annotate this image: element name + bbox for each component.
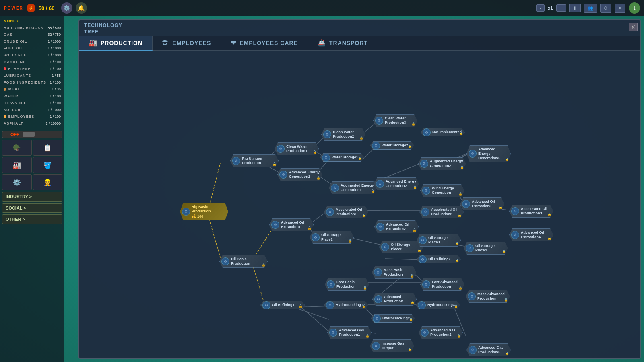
tab-employees[interactable]: ⛑ EMPLOYEES	[153, 36, 221, 50]
resource-fuel-oil: FUEL OIL 1 / 1000	[2, 45, 62, 51]
settings-icon-top[interactable]: ⚙️	[61, 2, 72, 14]
oil-storage-1-icon: ⚙	[312, 233, 320, 241]
node-acc-oil-3[interactable]: ⚙ Accelerated OilProduction3 🔒	[509, 205, 553, 218]
node-rig-utilities[interactable]: ⚙ Rig UtilitiesProduction 🔒	[230, 154, 279, 167]
svg-line-22	[299, 305, 329, 331]
speed-plus-btn[interactable]: +	[556, 4, 566, 12]
pause-btn[interactable]: ⏸	[569, 4, 581, 12]
node-oil-refining-2[interactable]: ⚙ Oil Refining2 🔒	[417, 255, 461, 263]
node-oil-storage-4[interactable]: ⚙ Oil StoragePlace4 🔒	[464, 242, 508, 255]
node-rig-basic[interactable]: ⚙ Rig BasicProduction 💰 100 BUY	[180, 203, 228, 220]
node-oil-basic[interactable]: ⚙ Oil BasicProduction 🔒	[219, 255, 268, 268]
resource-building-blocks: BUILDING BLOCKS 88 / 800	[2, 25, 62, 31]
resource-lubricants: LUBRICANTS 1 / 55	[2, 73, 62, 78]
tab-production[interactable]: 🏭 PRODUCTION	[79, 36, 153, 51]
mass-adv-icon: ⚙	[468, 292, 476, 300]
nav-icon-plans[interactable]: 📋	[33, 140, 63, 156]
settings-btn[interactable]: ⚙	[600, 4, 611, 13]
nav-icon-barrel[interactable]: 🪣	[33, 157, 63, 173]
speed-minus-btn[interactable]: -	[536, 4, 545, 12]
node-adv-oil-ext-4[interactable]: ⚙ Advanced OilExtraction4 🔒	[509, 228, 553, 241]
node-adv-energy-2[interactable]: ⚙ Advanced EnergyGeneration2 🔒	[374, 177, 419, 190]
adv-gas-3-icon: ⚙	[469, 346, 477, 354]
node-hydrocracking-1[interactable]: ⚙ Hydrocracking1 🔒	[324, 301, 368, 309]
svg-line-3	[252, 226, 275, 260]
nav-icon-hardhat[interactable]: 🪖	[2, 140, 32, 156]
not-impl-icon: ⚙	[423, 128, 431, 136]
node-adv-oil-ext-3[interactable]: ⚙ Advanced OilExtraction3 🔒	[460, 197, 504, 210]
left-sidebar: MONEY BUILDING BLOCKS 88 / 800 GAS 32 / …	[0, 16, 64, 362]
rig-basic-icon: ⚙	[182, 208, 190, 216]
nav-icon-gear[interactable]: ⚙️	[2, 174, 32, 190]
top-bar-right: - x1 + ⏸ 👥 ⚙ ✕ 1	[536, 2, 640, 14]
tree-canvas: ⚙ Rig BasicProduction 💰 100 BUY ⚙ Oil Ba…	[83, 55, 506, 336]
node-adv-gas-3[interactable]: ⚙ Advanced GasProduction3 🔒	[466, 343, 511, 356]
nav-icon-workers[interactable]: 👷	[33, 174, 63, 190]
node-water-storage-2[interactable]: ⚙ Water Storage2 🔒	[370, 141, 414, 150]
close-panel-btn[interactable]: X	[629, 23, 638, 31]
node-adv-production[interactable]: ⚙ AdvancedProduction 🔒	[372, 293, 417, 306]
top-bar-left: POWER ⚡ 50 / 60 ⚙️ 🔔	[4, 2, 87, 14]
svg-line-1	[208, 216, 222, 264]
resource-asphalt: ASPHALT 1 / 10000	[2, 121, 62, 126]
node-water-storage-1[interactable]: ⚙ Water Storage1 🔒	[320, 153, 364, 162]
industry-menu-btn[interactable]: INDUSTRY >	[2, 192, 62, 202]
oil-refining-1-icon: ⚙	[262, 301, 270, 309]
resource-ethylene: ETHYLENE 1 / 100	[2, 66, 62, 72]
node-clean-water-2[interactable]: ⚙ Clean WaterProduction2 🔒	[321, 128, 365, 141]
tree-area[interactable]: ⚙ Rig BasicProduction 💰 100 BUY ⚙ Oil Ba…	[79, 51, 640, 358]
node-adv-energy-3[interactable]: ⚙ Advanced EnergyGeneration3 🔒	[466, 145, 511, 162]
production-tab-icon: 🏭	[89, 39, 97, 47]
resource-food: FOOD INGREDIENTS 1 / 100	[2, 80, 62, 85]
adv-oil-ext-3-icon: ⚙	[462, 200, 470, 208]
node-hydrocracking-2[interactable]: ⚙ Hydrocracking2 🔒	[371, 314, 415, 323]
node-aug-energy-2[interactable]: ⚙ Augmented EnergyGeneration2 🔒	[418, 157, 466, 170]
node-wind-energy[interactable]: ⚙ Wind EnergyGeneration 🔒	[420, 184, 464, 197]
node-acc-oil-2[interactable]: ⚙ Accelerated OilProduction2 🔒	[419, 206, 464, 218]
off-toggle[interactable]: ▲ OFF	[2, 131, 62, 138]
inc-gas-icon: ⚙	[372, 342, 380, 350]
node-clean-water-1[interactable]: ⚙ Clean WaterProduction1 🔒	[275, 142, 319, 155]
bell-icon[interactable]: 🔔	[76, 2, 87, 14]
node-hydrocracking-3[interactable]: ⚙ Hydrocracking3 🔒	[416, 301, 460, 309]
transport-tab-icon: 🚢	[318, 39, 326, 47]
node-fast-adv[interactable]: ⚙ Fast AdvancedProduction 🔒	[420, 278, 464, 291]
node-not-implemented[interactable]: ⚙ Not Implemented 🔒	[421, 128, 465, 136]
node-oil-storage-2[interactable]: ⚙ Oil StoragePlace2 🔒	[379, 241, 423, 253]
node-clean-water-3[interactable]: ⚙ Clean WaterProduction3 🔒	[373, 114, 417, 127]
resource-water: WATER 1 / 100	[2, 93, 62, 99]
oil-storage-2-icon: ⚙	[381, 243, 389, 251]
hydrocracking-2-icon: ⚙	[373, 315, 381, 323]
buy-button[interactable]: BUY	[231, 206, 248, 217]
node-oil-storage-3[interactable]: ⚙ Oil StoragePlace3 🔒	[417, 234, 461, 247]
wind-energy-icon: ⚙	[422, 187, 430, 195]
node-adv-oil-ext-1[interactable]: ⚙ Advanced OilExtraction1 🔒	[269, 218, 314, 231]
tabs-row: 🏭 PRODUCTION ⛑ EMPLOYEES ❤ EMPLOYEES CAR…	[79, 36, 640, 51]
other-menu-btn[interactable]: OTHER >	[2, 214, 62, 224]
acc-oil-3-icon: ⚙	[511, 207, 519, 215]
oil-refining-2-icon: ⚙	[419, 255, 427, 263]
node-aug-energy-1[interactable]: ⚙ Augmented EnergyGeneration1 🔒	[329, 181, 377, 194]
node-adv-gas-1[interactable]: ⚙ Advanced GasProduction1 🔒	[327, 326, 372, 339]
tab-transport[interactable]: 🚢 TRANSPORT	[308, 36, 378, 50]
sidebar-bottom: ▲ OFF 🪖 📋 🏭 🪣 ⚙️ 👷 INDUSTRY > SOCIAL > O…	[2, 131, 62, 224]
node-oil-storage-1[interactable]: ⚙ Oil StoragePlace1 🔒	[310, 231, 354, 244]
social-menu-btn[interactable]: SOCIAL >	[2, 203, 62, 213]
clean-water-2-icon: ⚙	[323, 130, 331, 138]
node-acc-oil-1[interactable]: ⚙ Accelerated OilProduction1 🔒	[324, 206, 368, 218]
node-fast-basic[interactable]: ⚙ Fast BasicProduction 🔒	[325, 278, 369, 291]
resource-sulfur: SULFUR 1 / 1000	[2, 107, 62, 113]
hydrocracking-1-icon: ⚙	[326, 301, 334, 309]
node-adv-gas-2[interactable]: ⚙ Advanced GasProduction2 🔒	[419, 326, 463, 339]
node-adv-energy-1[interactable]: ⚙ Advanced EnergyGeneration1 🔒	[277, 168, 322, 181]
tab-employees-care[interactable]: ❤ EMPLOYEES CARE	[221, 36, 308, 50]
node-inc-gas-output[interactable]: ⚙ Increase GasOutput 🔒	[370, 339, 414, 352]
node-oil-refining-1[interactable]: ⚙ Oil Refining1 🔒	[260, 301, 305, 309]
node-adv-oil-ext-2[interactable]: ⚙ Advanced OilExtraction2 🔒	[374, 220, 419, 233]
nav-icon-factory[interactable]: 🏭	[2, 157, 32, 173]
node-mass-adv[interactable]: ⚙ Mass AdvancedProduction 🔒	[466, 290, 510, 303]
node-mass-basic[interactable]: ⚙ Mass BasicProduction 🔒	[372, 266, 416, 279]
adv-gas-1-icon: ⚙	[329, 329, 337, 337]
close-top-btn[interactable]: ✕	[615, 4, 625, 13]
workers-btn[interactable]: 👥	[584, 4, 597, 13]
